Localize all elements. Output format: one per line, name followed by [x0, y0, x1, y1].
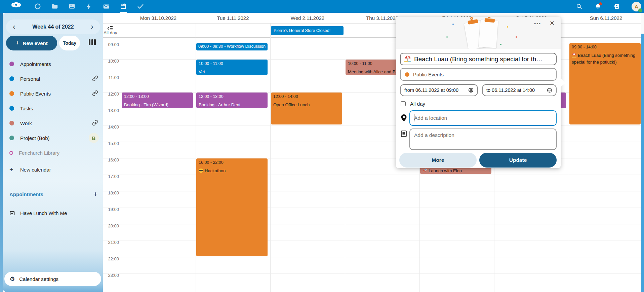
- event[interactable]: 09:00 - 14:00Beach Luau (Bring something…: [569, 43, 641, 124]
- new-event-button[interactable]: + New event: [6, 36, 57, 50]
- calendar-name: Work: [20, 120, 92, 126]
- sidebar-calendar-item[interactable]: Work: [3, 116, 103, 131]
- hour-line: [103, 158, 644, 158]
- new-calendar-button[interactable]: + New calendar: [3, 162, 103, 177]
- sidebar-calendar-item[interactable]: Tasks: [3, 101, 103, 116]
- activity-icon[interactable]: [85, 2, 93, 10]
- event[interactable]: 12:00 - 13:00Booking - Arthur Dent: [196, 93, 268, 108]
- time-label: 14:00: [103, 124, 119, 130]
- nextcloud-logo[interactable]: [11, 2, 21, 7]
- time-label: 09:00: [103, 42, 119, 47]
- description-icon: [401, 131, 407, 137]
- event[interactable]: 12:00 - 13:00Booking - Tim (Wizard): [122, 93, 193, 108]
- more-button[interactable]: More: [399, 153, 477, 168]
- view-switcher-icon[interactable]: [89, 39, 96, 45]
- event[interactable]: 16:00 - 22:00Hackathon: [196, 158, 268, 256]
- description-input[interactable]: [409, 129, 557, 150]
- gear-icon: ⚙: [10, 276, 15, 283]
- allday-checkbox-row[interactable]: All day: [401, 101, 425, 107]
- event-title: Vet: [199, 69, 265, 75]
- calendar-select[interactable]: Public Events: [400, 68, 557, 81]
- mail-icon[interactable]: [102, 2, 110, 10]
- event[interactable]: 12:00 - 14:00Open Office Lunch: [271, 93, 342, 124]
- add-appointment-button[interactable]: +: [93, 190, 97, 198]
- dashboard-icon[interactable]: [34, 2, 42, 10]
- allday-event[interactable]: Pierre's General Store Closed!: [271, 26, 344, 35]
- allday-checkbox[interactable]: [401, 101, 406, 106]
- calendar-name: Fenchurch Library: [19, 150, 99, 156]
- hour-line: [103, 257, 644, 257]
- avatar-letter: A: [635, 4, 638, 9]
- popup-actions-menu-icon[interactable]: •••: [534, 21, 541, 26]
- location-input[interactable]: [409, 110, 557, 126]
- sidebar-calendar-item[interactable]: Public Events: [3, 86, 103, 101]
- hour-line: [103, 191, 644, 191]
- timezone-globe-icon[interactable]: [547, 87, 552, 93]
- notifications-bell-icon[interactable]: [594, 2, 602, 10]
- shared-by-avatar: B: [89, 133, 99, 143]
- time-label: 13:00: [103, 108, 119, 113]
- event-title-value: Beach Luau (Bring something special for …: [414, 56, 542, 63]
- calendar-check-icon: [9, 210, 15, 216]
- today-button[interactable]: Today: [59, 36, 80, 50]
- sidebar-calendar-item[interactable]: Personal: [3, 71, 103, 86]
- popup-title-field[interactable]: Beach Luau (Bring something special for …: [400, 53, 557, 65]
- online-status-dot: [638, 8, 642, 12]
- calendar-color-dot: [9, 76, 14, 81]
- close-icon[interactable]: ✕: [550, 20, 555, 27]
- start-datetime-field[interactable]: from 06.11.2022 at 09:00: [400, 84, 478, 96]
- day-header: Tue 1.11.2022: [196, 15, 270, 21]
- time-label: 15:00: [103, 141, 119, 146]
- time-label: 22:00: [103, 256, 119, 261]
- beach-umbrella-emoji: [404, 56, 411, 63]
- sidebar-calendar-item[interactable]: Appointments: [3, 57, 103, 71]
- event-title: Open Office Lunch: [273, 102, 340, 108]
- previous-week-button[interactable]: ‹: [8, 21, 20, 33]
- appointments-section-header: Appointments +: [3, 188, 103, 200]
- time-label: 11:00: [103, 75, 119, 80]
- calendar-color-dot: [9, 91, 14, 96]
- appointments-title: Appointments: [9, 191, 93, 197]
- share-link-icon[interactable]: [92, 75, 99, 82]
- location-pin-icon: [401, 114, 407, 121]
- time-label: 18:00: [103, 190, 119, 195]
- event[interactable]: 10:00 - 11:00Vet: [196, 60, 268, 75]
- time-label: 20:00: [103, 223, 119, 228]
- event-time: 09:00 - 14:00: [572, 44, 638, 51]
- photos-icon[interactable]: [68, 2, 76, 10]
- hour-line: [103, 125, 644, 125]
- user-avatar[interactable]: A: [632, 2, 641, 11]
- search-icon[interactable]: [575, 2, 583, 10]
- plus-icon: +: [15, 39, 19, 47]
- calendar-select-value: Public Events: [413, 72, 444, 77]
- sidebar-calendar-item[interactable]: Fenchurch Library: [3, 145, 103, 160]
- hour-line: [103, 142, 644, 142]
- scrollbar-thumb[interactable]: [641, 34, 644, 292]
- calendar-color-dot: [9, 106, 14, 111]
- plus-icon: +: [9, 166, 20, 174]
- files-icon[interactable]: [51, 2, 59, 10]
- appointment-item[interactable]: Have Lunch With Me: [3, 207, 103, 219]
- tasks-icon[interactable]: [136, 2, 145, 10]
- end-datetime-field[interactable]: to 06.11.2022 at 14:00: [482, 84, 557, 96]
- event-title: Launch with Elon: [422, 168, 489, 174]
- grid-body[interactable]: 09:0010:0011:0012:0013:0014:0015:0016:00…: [103, 38, 644, 292]
- contacts-icon[interactable]: [613, 2, 621, 10]
- update-button[interactable]: Update: [479, 153, 557, 168]
- event-title: Hackathon: [199, 168, 265, 174]
- share-link-icon[interactable]: [92, 120, 99, 126]
- event[interactable]: 09:00 - 09:30 - Workflow Discussion: [196, 43, 268, 50]
- timezone-globe-icon[interactable]: [468, 87, 474, 93]
- calendar-app-icon[interactable]: [119, 2, 127, 10]
- event-time: 10:00 - 11:00: [199, 61, 265, 68]
- sidebar-calendar-item[interactable]: Project (Bob)B: [3, 131, 103, 145]
- vertical-scrollbar[interactable]: [641, 13, 644, 292]
- top-bar-right: A: [575, 0, 641, 13]
- calendar-settings-button[interactable]: ⚙ Calendar settings: [4, 272, 101, 286]
- time-label: 21:00: [103, 240, 119, 245]
- share-link-icon[interactable]: [92, 90, 99, 97]
- hour-line: [103, 76, 644, 76]
- next-week-button[interactable]: ›: [86, 21, 98, 33]
- hour-line: [103, 208, 644, 208]
- week-navigation: ‹ Week 44 of 2022 ›: [6, 20, 100, 34]
